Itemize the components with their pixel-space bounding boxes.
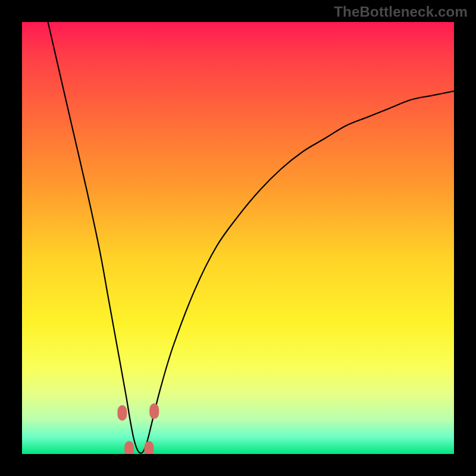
chart-frame: TheBottleneck.com xyxy=(0,0,476,476)
plot-area xyxy=(22,22,454,454)
watermark-text: TheBottleneck.com xyxy=(334,4,468,20)
curve-layer xyxy=(22,22,454,454)
bottleneck-curve xyxy=(48,22,454,453)
curve-marker xyxy=(149,403,159,419)
curve-marker xyxy=(124,441,134,454)
curve-marker xyxy=(144,441,154,454)
curve-marker xyxy=(117,405,127,421)
